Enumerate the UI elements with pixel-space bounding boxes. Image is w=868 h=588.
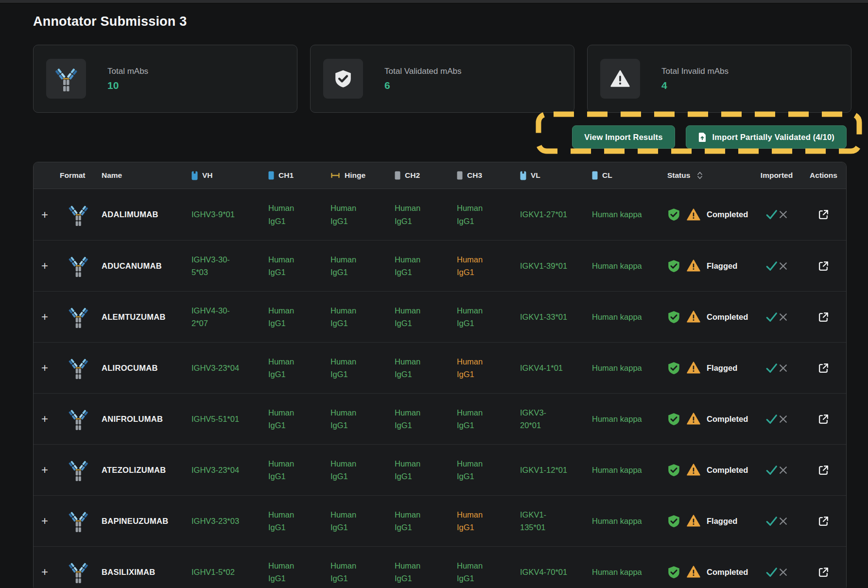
import-partially-validated-button[interactable]: Import Partially Validated (4/10) [686,125,847,149]
ch3-value: Human IgG1 [457,457,520,483]
expand-row-button[interactable]: + [39,258,50,274]
table-row[interactable]: + ADALIMUMAB IGHV3-9*01 Human [34,189,846,240]
status-sort-button[interactable] [696,171,703,180]
imported-cell [752,259,801,273]
open-external-link-button[interactable] [816,361,831,375]
total-mabs-value: 10 [107,80,148,91]
expand-row-button[interactable]: + [39,360,50,376]
expand-row-button[interactable]: + [39,411,50,427]
table-row[interactable]: + ALIROCUMAB IGHV3-23*04 Human [34,342,846,393]
not-imported-x-icon [778,465,788,475]
vl-gene-value: IGKV1-39*01 [520,259,592,272]
ch2-value: Human IgG1 [395,253,457,279]
expand-row-button[interactable]: + [39,207,50,223]
status-label: Completed [707,466,748,475]
table-row[interactable]: + ANIFROLUMAB IGHV5-51*01 Huma [34,393,846,444]
table-row[interactable]: + ALEMTUZUMAB IGHV4-30- 2*07 H [34,291,846,342]
mab-name: ALIROCUMAB [102,363,191,373]
column-header-name: Name [102,171,191,180]
status-cell: Completed [667,311,752,324]
table-row[interactable]: + ADUCANUMAB IGHV3-30- 5*03 Hu [34,240,846,291]
open-external-link-button[interactable] [816,514,831,528]
vh-domain-icon [191,171,198,180]
imported-cell [752,464,801,477]
open-external-link-button[interactable] [816,310,831,324]
mab-name: BASILIXIMAB [102,568,191,577]
open-external-link-button[interactable] [816,565,831,579]
open-external-link-button[interactable] [816,208,831,222]
ch1-value: Human IgG1 [268,559,330,585]
vl-gene-value: IGKV1-33*01 [520,311,592,323]
expand-row-button[interactable]: + [39,462,50,478]
expand-row-button[interactable]: + [39,309,50,325]
invalid-mabs-card: Total Invalid mAbs 4 [587,45,851,113]
vh-gene-value: IGHV3-30- 5*03 [191,253,268,279]
table-row[interactable]: + ATEZOLIZUMAB IGHV3-23*04 Hum [34,444,846,495]
external-link-icon [817,362,830,374]
table-header-row: Format Name VH CH1 Hinge [34,162,846,189]
imported-cell [752,311,801,324]
external-link-icon [817,464,830,476]
ch2-value: Human IgG1 [395,355,457,381]
column-header-imported: Imported [752,171,801,180]
expand-row-button[interactable]: + [39,564,50,580]
open-external-link-button[interactable] [816,259,831,273]
antibody-format-icon [55,508,102,534]
invalid-mabs-value: 4 [661,80,729,91]
antibody-format-icon [55,406,102,432]
stat-cards: Total mAbs 10 Total Validated mAbs 6 [33,45,851,113]
cl-value: Human kappa [592,311,667,323]
status-cell: Flagged [667,259,752,273]
ch2-domain-icon [395,171,400,180]
open-external-link-button[interactable] [816,412,831,426]
vh-gene-value: IGHV3-23*03 [191,515,268,527]
vl-gene-value: IGKV1-12*01 [520,464,592,476]
column-header-hinge: Hinge [330,171,395,180]
status-completed-shield-icon [667,413,680,426]
vh-gene-value: IGHV3-23*04 [191,362,268,374]
status-label: Completed [707,415,748,424]
imported-check-icon [765,464,778,477]
mab-name: ALEMTUZUMAB [102,312,191,322]
expand-row-button[interactable]: + [39,513,50,529]
status-completed-shield-icon [667,515,680,528]
status-cell: Flagged [667,362,752,375]
ch3-value: Human IgG1 [457,355,520,381]
hinge-value: Human IgG1 [330,559,395,585]
mab-name: BAPINEUZUMAB [102,517,191,526]
mab-name: ADUCANUMAB [102,261,191,271]
imported-check-icon [765,259,778,273]
vl-gene-value: IGKV3- 20*01 [520,406,592,432]
table-row[interactable]: + BAPINEUZUMAB IGHV3-23*03 Hum [34,495,846,546]
imported-check-icon [765,311,778,324]
view-import-results-button[interactable]: View Import Results [572,125,675,149]
hinge-value: Human IgG1 [330,355,395,381]
file-upload-icon [698,132,707,142]
status-flagged-warning-icon [687,311,700,323]
ch2-value: Human IgG1 [395,457,457,483]
vl-gene-value: IGKV4-1*01 [520,362,592,374]
warning-triangle-icon [600,59,640,99]
total-mabs-label: Total mAbs [107,67,148,76]
status-completed-shield-icon [667,362,680,375]
external-link-icon [817,515,830,527]
column-header-format: Format [34,171,102,180]
column-header-cl: CL [592,171,667,180]
hinge-value: Human IgG1 [330,253,395,279]
ch3-value: Human IgG1 [457,253,520,279]
not-imported-x-icon [778,261,788,271]
ch1-value: Human IgG1 [268,508,330,534]
external-link-icon [817,260,830,272]
validated-mabs-card: Total Validated mAbs 6 [310,45,574,113]
column-header-ch3: CH3 [457,171,520,180]
column-header-actions: Actions [801,171,846,180]
open-external-link-button[interactable] [816,463,831,477]
vh-gene-value: IGHV4-30- 2*07 [191,304,268,330]
mabs-table: Format Name VH CH1 Hinge [33,162,847,588]
column-header-vl: VL [520,171,592,180]
status-flagged-warning-icon [687,413,700,425]
imported-check-icon [765,208,778,221]
status-flagged-warning-icon [687,208,700,221]
table-row[interactable]: + BASILIXIMAB IGHV1-5*02 Human [34,546,846,588]
external-link-icon [817,413,830,425]
